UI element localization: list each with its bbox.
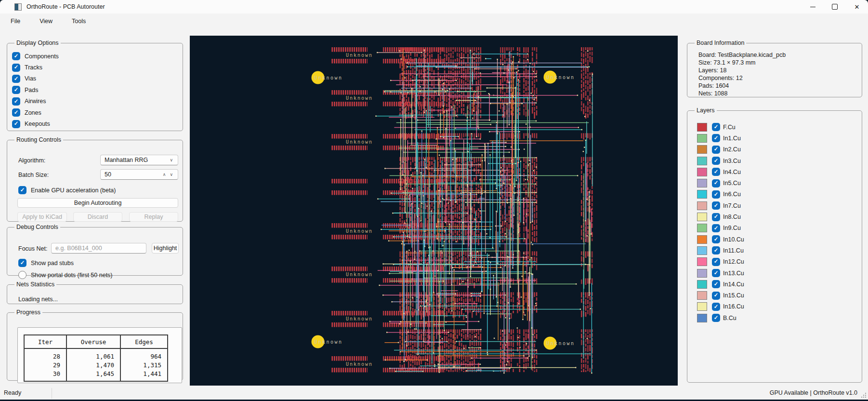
replay-button[interactable]: Replay [129, 212, 178, 222]
status-gpu-version: GPU Available | OrthoRoute v1.0 [770, 389, 857, 396]
layer-checkbox-in4.cu[interactable] [712, 168, 720, 176]
layer-checkbox-in3.cu[interactable] [712, 157, 720, 165]
chevron-down-icon: ∨ [170, 172, 174, 177]
checkbox-airwires[interactable] [12, 97, 20, 106]
routing-controls-title: Routing Controls [14, 136, 63, 143]
pcb-canvas[interactable]: UnknownUnknownUnknownUnknownUnknownUnkno… [190, 36, 678, 386]
layer-checkbox-in15.cu[interactable] [712, 292, 720, 300]
layer-color-swatch [697, 280, 707, 289]
layer-checkbox-in2.cu[interactable] [712, 146, 720, 154]
portal-dots-row: Show portal dots (first 50 nets) [18, 269, 113, 281]
layer-checkbox-in14.cu[interactable] [712, 280, 720, 288]
pad-stubs-row: Show pad stubs [18, 257, 74, 268]
display-option-label: Airwires [25, 98, 46, 105]
gpu-acceleration-checkbox[interactable] [18, 186, 26, 194]
menu-item-view[interactable]: View [33, 15, 59, 27]
status-bar: Ready GPU Available | OrthoRoute v1.0 [0, 387, 868, 400]
layer-checkbox-in10.cu[interactable] [712, 235, 720, 243]
progress-title: Progress [14, 309, 42, 316]
layer-row-in7.cu: In7.Cu [697, 200, 857, 211]
algorithm-select[interactable]: Manhattan RRG ∨ [100, 155, 178, 165]
layer-checkbox-in5.cu[interactable] [712, 179, 720, 187]
status-separator [52, 388, 52, 399]
highlight-button[interactable]: Highlight [152, 243, 179, 254]
layer-checkbox-in12.cu[interactable] [712, 258, 720, 266]
layer-color-swatch [697, 201, 707, 210]
pad-stubs-checkbox[interactable] [18, 259, 26, 267]
svg-text:Unknown: Unknown [546, 75, 575, 80]
portal-dots-checkbox[interactable] [18, 271, 26, 279]
display-option-label: Tracks [25, 64, 42, 71]
layer-row-in5.cu: In5.Cu [697, 177, 857, 188]
chevron-down-icon: ∨ [170, 158, 174, 162]
maximize-button[interactable] [824, 0, 846, 13]
svg-text:Unknown: Unknown [346, 361, 373, 367]
window-title: OrthoRoute - PCB Autorouter [26, 3, 105, 10]
layer-color-swatch [697, 257, 707, 266]
layer-checkbox-b.cu[interactable] [712, 314, 720, 322]
board-info-line: Pads: 1604 [698, 82, 857, 90]
layer-checkbox-in1.cu[interactable] [712, 134, 720, 142]
checkbox-tracks[interactable] [12, 64, 20, 72]
layer-label: In4.Cu [723, 169, 741, 175]
display-option-row: Keepouts [12, 118, 178, 129]
batch-size-stepper[interactable]: 50 ∧ ∨ [100, 169, 178, 180]
checkbox-components[interactable] [12, 52, 20, 60]
resize-grip[interactable] [861, 393, 866, 398]
progress-data-row: 301,6451,441 [24, 369, 168, 381]
gpu-acceleration-row: Enable GPU acceleration (beta) [18, 185, 116, 196]
layer-label: In7.Cu [723, 202, 741, 209]
progress-data-cell: 30 [24, 369, 66, 381]
layer-checkbox-in9.cu[interactable] [712, 224, 720, 232]
layer-row-in14.cu: In14.Cu [697, 279, 857, 290]
progress-panel: IterOveruseEdges281,061964291,4701,31530… [17, 327, 182, 383]
checkbox-zones[interactable] [12, 108, 20, 117]
minimize-button[interactable] [802, 0, 824, 13]
layer-row-in3.cu: In3.Cu [697, 155, 857, 166]
checkbox-pads[interactable] [12, 86, 20, 94]
layer-label: In11.Cu [723, 247, 744, 254]
begin-autorouting-button[interactable]: Begin Autorouting [17, 198, 178, 208]
svg-text:Unknown: Unknown [314, 339, 343, 345]
batch-size-label: Batch Size: [18, 172, 49, 178]
debug-controls-title: Debug Controls [14, 224, 60, 230]
layer-row-in6.cu: In6.Cu [697, 189, 857, 200]
layer-checkbox-in8.cu[interactable] [712, 213, 720, 221]
layer-label: In9.Cu [723, 225, 741, 231]
layer-color-swatch [697, 302, 707, 311]
layer-checkbox-in7.cu[interactable] [712, 201, 720, 210]
board-info-line: Components: 12 [698, 74, 857, 82]
display-option-row: Vias [12, 73, 178, 84]
layer-color-swatch [697, 314, 707, 322]
layer-label: In12.Cu [723, 258, 744, 265]
discard-button[interactable]: Discard [73, 212, 122, 222]
focus-net-input[interactable] [51, 243, 146, 254]
checkbox-keepouts[interactable] [12, 120, 20, 128]
layer-checkbox-in16.cu[interactable] [712, 303, 720, 311]
nets-statistics-status: Loading nets... [18, 296, 58, 303]
layer-color-swatch [697, 134, 707, 143]
checkbox-vias[interactable] [12, 75, 20, 83]
status-ready: Ready [4, 389, 21, 396]
layer-checkbox-in6.cu[interactable] [712, 190, 720, 199]
layer-color-swatch [697, 291, 707, 300]
progress-data-cell: 1,315 [120, 361, 168, 369]
display-option-row: Components [12, 51, 178, 62]
layer-row-b.cu: B.Cu [697, 312, 857, 323]
close-button[interactable]: ✕ [846, 0, 868, 13]
layer-label: B.Cu [723, 315, 736, 321]
layer-label: In1.Cu [723, 135, 741, 142]
layer-checkbox-in11.cu[interactable] [712, 246, 720, 254]
layer-checkbox-in13.cu[interactable] [712, 269, 720, 277]
layer-checkbox-f.cu[interactable] [712, 123, 720, 131]
gpu-acceleration-label: Enable GPU acceleration (beta) [31, 187, 116, 194]
menu-item-file[interactable]: File [4, 15, 27, 27]
progress-table: IterOveruseEdges281,061964291,4701,31530… [24, 334, 168, 382]
progress-data-row: 291,4701,315 [24, 361, 168, 369]
progress-data-cell: 1,470 [66, 361, 120, 369]
apply-to-kicad-button[interactable]: Apply to KiCad [17, 212, 67, 222]
menu-item-tools[interactable]: Tools [65, 15, 92, 27]
board-info-line: Board: TestBackplane.kicad_pcb [698, 51, 857, 59]
layer-label: In5.Cu [723, 180, 741, 187]
svg-text:Unknown: Unknown [314, 75, 343, 80]
